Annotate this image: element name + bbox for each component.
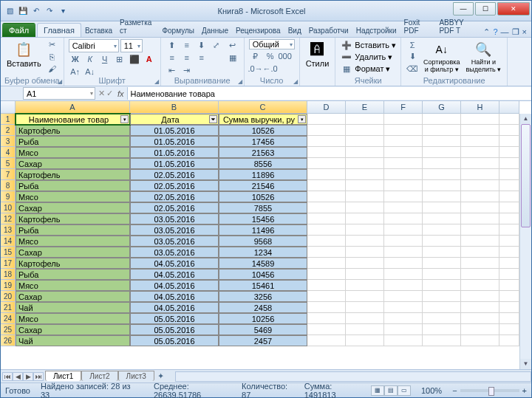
cell-C18[interactable]: 10456 (219, 269, 307, 280)
cell-A3[interactable]: Рыба (16, 136, 130, 147)
empty-cell[interactable] (346, 224, 384, 236)
empty-cell[interactable] (346, 236, 384, 247)
empty-cell[interactable] (499, 258, 519, 269)
filter-icon[interactable]: ▾ (120, 115, 129, 123)
empty-cell[interactable] (499, 191, 519, 202)
empty-cell[interactable] (346, 180, 384, 191)
empty-cell[interactable] (307, 169, 346, 180)
empty-cell[interactable] (307, 247, 346, 258)
col-header-E[interactable]: E (346, 101, 384, 114)
row-header-20[interactable]: 20 (1, 291, 16, 302)
zoom-out-button[interactable]: − (452, 386, 457, 395)
cut-icon[interactable]: ✂ (46, 39, 59, 50)
tab-review[interactable]: Рецензирова (232, 24, 284, 37)
empty-cell[interactable] (346, 169, 384, 180)
empty-cell[interactable] (423, 302, 461, 313)
cell-B9[interactable]: 02.05.2016 (130, 191, 219, 202)
delete-cells-button[interactable]: ➖Удалить ▾ (340, 51, 396, 63)
empty-cell[interactable] (499, 335, 519, 346)
empty-cell[interactable] (499, 147, 519, 158)
empty-cell[interactable] (384, 213, 423, 224)
cell-B21[interactable]: 04.05.2016 (130, 302, 219, 313)
empty-cell[interactable] (423, 313, 461, 324)
cell-B7[interactable]: 02.05.2016 (130, 169, 219, 180)
sheet-prev-icon[interactable]: ◀ (13, 372, 23, 381)
empty-cell[interactable] (346, 114, 384, 125)
cell-B8[interactable]: 02.05.2016 (130, 180, 219, 191)
empty-cell[interactable] (307, 180, 346, 191)
scroll-up-icon[interactable]: ▲ (520, 114, 531, 124)
empty-cell[interactable] (499, 269, 519, 280)
cell-A26[interactable]: Чай (16, 335, 130, 346)
cell-A9[interactable]: Мясо (16, 191, 130, 202)
empty-cell[interactable] (461, 313, 499, 324)
empty-cell[interactable] (346, 302, 384, 313)
empty-cell[interactable] (423, 291, 461, 302)
cell-A25[interactable]: Сахар (16, 324, 130, 335)
sheet-tab-2[interactable]: Лист2 (81, 371, 117, 381)
empty-cell[interactable] (461, 335, 499, 346)
cell-B24[interactable]: 05.05.2016 (130, 313, 219, 324)
cell-A2[interactable]: Картофель (16, 125, 130, 136)
empty-cell[interactable] (423, 180, 461, 191)
cell-C14[interactable]: 9568 (219, 236, 307, 247)
cell-C12[interactable]: 15456 (219, 213, 307, 224)
empty-cell[interactable] (384, 147, 423, 158)
horizontal-scrollbar[interactable] (175, 371, 531, 382)
number-format-select[interactable]: Общий (249, 39, 295, 49)
row-header-13[interactable]: 13 (1, 224, 16, 236)
row-header-8[interactable]: 8 (1, 180, 16, 191)
empty-cell[interactable] (499, 114, 519, 125)
cell-B18[interactable]: 04.05.2016 (130, 269, 219, 280)
tab-data[interactable]: Данные (198, 24, 232, 37)
empty-cell[interactable] (384, 180, 423, 191)
cell-C19[interactable]: 15461 (219, 280, 307, 291)
tab-home[interactable]: Главная (37, 23, 81, 37)
cancel-fx-icon[interactable]: ✕ (98, 89, 105, 98)
empty-cell[interactable] (423, 136, 461, 147)
cell-A1[interactable]: Наименование товар▾ (16, 114, 130, 125)
cell-C7[interactable]: 11896 (219, 169, 307, 180)
cell-C1[interactable]: Сумма выручки, ру▾ (219, 114, 307, 125)
empty-cell[interactable] (461, 180, 499, 191)
empty-cell[interactable] (423, 335, 461, 346)
empty-cell[interactable] (384, 258, 423, 269)
tab-addins[interactable]: Надстройки (352, 24, 400, 37)
cell-A8[interactable]: Рыба (16, 180, 130, 191)
row-header-15[interactable]: 15 (1, 247, 16, 258)
empty-cell[interactable] (346, 191, 384, 202)
cell-A4[interactable]: Мясо (16, 147, 130, 158)
empty-cell[interactable] (423, 213, 461, 224)
empty-cell[interactable] (384, 313, 423, 324)
empty-cell[interactable] (423, 269, 461, 280)
row-header-12[interactable]: 12 (1, 213, 16, 224)
cell-B1[interactable]: Дата⏷ (130, 114, 219, 125)
number-dialog-icon[interactable]: ◢ (293, 78, 298, 85)
sheet-next-icon[interactable]: ▶ (23, 372, 33, 381)
empty-cell[interactable] (423, 147, 461, 158)
filter-icon[interactable]: ⏷ (209, 115, 217, 123)
empty-cell[interactable] (307, 280, 346, 291)
empty-cell[interactable] (307, 324, 346, 335)
window-close-icon[interactable]: × (522, 27, 527, 37)
empty-cell[interactable] (499, 302, 519, 313)
cell-C10[interactable]: 7855 (219, 202, 307, 213)
row-header-24[interactable]: 24 (1, 313, 16, 324)
col-header-D[interactable]: D (307, 101, 346, 114)
empty-cell[interactable] (499, 136, 519, 147)
autosum-button[interactable]: Σ (406, 39, 419, 50)
tab-abbyy[interactable]: ABBYY PDF T (435, 16, 483, 37)
empty-cell[interactable] (346, 313, 384, 324)
empty-cell[interactable] (461, 169, 499, 180)
row-header-3[interactable]: 3 (1, 136, 16, 147)
cell-C26[interactable]: 2457 (219, 335, 307, 346)
cell-A24[interactable]: Мясо (16, 313, 130, 324)
tab-file[interactable]: Файл (2, 23, 35, 37)
paste-button[interactable]: 📋 Вставить (5, 39, 43, 75)
cell-C20[interactable]: 3256 (219, 291, 307, 302)
empty-cell[interactable] (384, 302, 423, 313)
cell-A21[interactable]: Чай (16, 302, 130, 313)
format-painter-icon[interactable]: 🖌 (46, 64, 59, 75)
col-header-F[interactable]: F (384, 101, 423, 114)
cell-C13[interactable]: 11496 (219, 224, 307, 236)
